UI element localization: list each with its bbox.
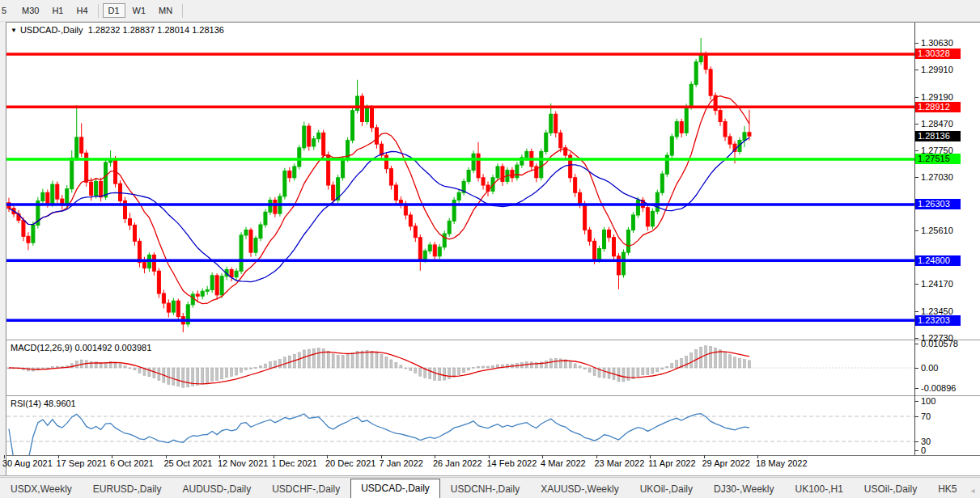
toolbar-separator <box>98 4 99 18</box>
timeframe-button-mn[interactable]: MN <box>153 3 178 18</box>
chart-tab-bar: USDX,WeeklyEURUSD-,DailyAUDUSD-,DailyUSD… <box>0 477 980 498</box>
timeframe-button-d1[interactable]: D1 <box>103 3 125 18</box>
price-tick-label: 1.25610 <box>921 226 953 235</box>
price-axis-line <box>914 23 915 455</box>
price-tick-label: 1.28470 <box>921 119 953 129</box>
chart-tab-dj30-weekly[interactable]: DJ30-,Weekly <box>703 480 784 498</box>
date-label: 30 Aug 2021 <box>2 458 53 468</box>
date-label: 14 Feb 2022 <box>487 458 537 468</box>
rsi-axis-label: 70 <box>921 411 931 421</box>
price-tick <box>914 97 918 98</box>
price-tick <box>914 338 918 339</box>
chart-tab-audusd-daily[interactable]: AUDUSD-,Daily <box>172 480 261 498</box>
price-badge: 1.26303 <box>915 199 961 209</box>
price-tick-label: 1.24170 <box>921 279 953 289</box>
price-badge: 1.30328 <box>915 49 961 59</box>
date-label: 12 Nov 2021 <box>218 458 268 468</box>
timeframe-button-5[interactable]: 5 <box>1 3 15 18</box>
macd-main-value: 0.001492 <box>74 343 112 352</box>
date-label: 29 Apr 2022 <box>702 458 750 468</box>
window-bottom-border <box>0 475 980 476</box>
candles <box>7 38 751 332</box>
macd-label: MACD(12,26,9) 0.001492 0.003981 <box>11 343 151 352</box>
rsi-axis-label: 100 <box>921 396 935 406</box>
price-tick <box>914 150 918 151</box>
date-label: 23 Mar 2022 <box>595 458 645 468</box>
rsi-axis-tick <box>914 441 918 442</box>
price-tick <box>914 230 918 231</box>
price-tick-label: 1.27030 <box>921 172 953 182</box>
date-label: 7 Jan 2022 <box>380 458 423 468</box>
macd-axis-label: 0.00 <box>921 363 938 373</box>
chart-tab-eurusd-daily[interactable]: EURUSD-,Daily <box>83 480 172 498</box>
date-label: 20 Dec 2021 <box>325 458 375 468</box>
rsi-line <box>9 414 749 455</box>
chart-tab-usdcad-daily[interactable]: USDCAD-,Daily <box>350 479 440 498</box>
price-badge: 1.28136 <box>915 131 961 141</box>
date-label: 17 Sep 2021 <box>57 458 107 468</box>
timeframe-button-m30[interactable]: M30 <box>16 3 45 18</box>
rsi-axis-tick <box>914 416 918 417</box>
price-tick-label: 1.30630 <box>921 38 953 48</box>
toolbar-separator <box>182 4 183 18</box>
rsi-label: RSI(14) 48.9601 <box>11 399 76 408</box>
date-label: 18 May 2022 <box>756 458 808 468</box>
date-label: 1 Dec 2021 <box>272 458 317 468</box>
rsi-axis-tick <box>914 401 918 402</box>
chart-tab-usdcnh-daily[interactable]: USDCNH-,Daily <box>440 480 530 498</box>
macd-axis-tick <box>914 344 918 344</box>
macd-axis-tick <box>914 388 918 389</box>
timeframe-button-w1[interactable]: W1 <box>127 3 152 18</box>
chart-tab-ukoil-daily[interactable]: UKOil-,Daily <box>630 480 703 498</box>
chart-tab-xauusd-weekly[interactable]: XAUUSD-,Weekly <box>530 480 629 498</box>
rsi-axis-label: 0 <box>921 445 926 455</box>
tab-scroll-left-icon[interactable]: ◂ <box>968 482 978 498</box>
macd-axis-label: 0.010578 <box>921 339 958 348</box>
timeframe-toolbar: 5M30H1H4D1W1MN <box>0 0 980 22</box>
price-badge: 1.24800 <box>915 255 961 266</box>
macd-axis-label: -0.00896 <box>921 383 956 393</box>
price-badge: 1.23203 <box>915 315 961 326</box>
price-badge: 1.28912 <box>915 102 961 112</box>
price-tick <box>914 124 918 124</box>
chart-tab-usdx-weekly[interactable]: USDX,Weekly <box>0 480 83 498</box>
timeframe-button-h1[interactable]: H1 <box>46 3 69 18</box>
mt4-window: 5M30H1H4D1W1MN ▼USDCAD-,Daily 1.28232 1.… <box>0 0 980 498</box>
chart-tab-uk100-h1[interactable]: UK100-,H1 <box>784 480 853 498</box>
price-tick <box>914 177 918 178</box>
rsi-value: 48.9601 <box>44 399 76 408</box>
timeframe-button-h4[interactable]: H4 <box>70 3 93 18</box>
chart-tab-usdchf-daily[interactable]: USDCHF-,Daily <box>261 480 350 498</box>
price-badge: 1.27515 <box>915 154 961 164</box>
price-tick <box>914 43 918 44</box>
macd-signal-value: 0.003981 <box>114 343 151 352</box>
price-tick-label: 1.29910 <box>921 65 953 74</box>
level-lines <box>6 54 914 320</box>
date-label: 6 Oct 2021 <box>110 458 154 468</box>
date-label: 25 Oct 2021 <box>164 458 213 468</box>
price-tick <box>914 284 918 285</box>
main-price-chart[interactable] <box>6 23 914 340</box>
date-label: 4 Mar 2022 <box>541 458 586 468</box>
price-tick <box>914 311 918 312</box>
rsi-axis-tick <box>914 450 918 451</box>
price-tick <box>914 70 918 70</box>
chart-tab-usoil-daily[interactable]: USOil-,Daily <box>854 480 927 498</box>
date-label: 26 Jan 2022 <box>433 458 482 468</box>
chart-tab-hk5[interactable]: HK5 <box>927 480 967 498</box>
price-tick-label: 1.29190 <box>921 92 953 102</box>
macd-axis-tick <box>914 368 918 369</box>
rsi-indicator-panel[interactable] <box>6 396 914 455</box>
chart-bottom-axis-line <box>6 455 980 456</box>
date-label: 11 Apr 2022 <box>648 458 696 468</box>
